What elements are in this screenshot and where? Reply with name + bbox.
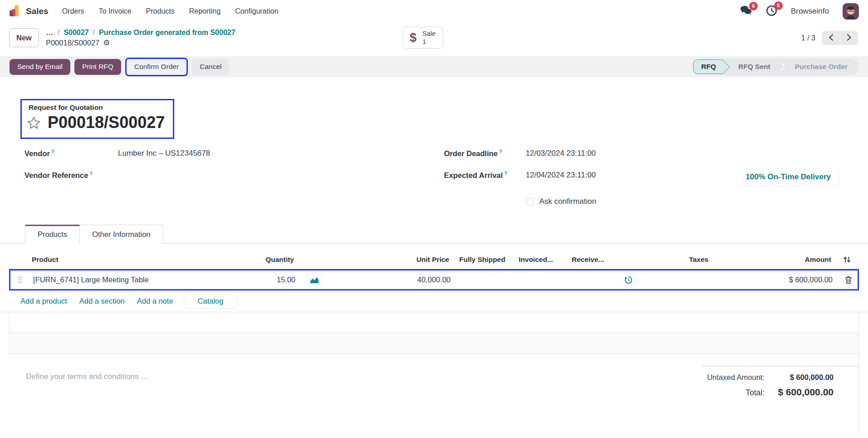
col-header-invoiced[interactable]: Invoiced... bbox=[515, 256, 567, 264]
help-icon[interactable]: ? bbox=[51, 149, 54, 154]
title-highlight-box: Request for Quotation P00018/S00027 bbox=[20, 99, 174, 139]
bottom-section: Define your terms and conditions ... Unt… bbox=[9, 354, 859, 433]
history-icon[interactable] bbox=[620, 274, 637, 286]
expected-arrival-label: Expected Arrival bbox=[444, 171, 503, 179]
chevron-left-icon bbox=[828, 34, 834, 43]
user-menu[interactable]: Browseinfo bbox=[791, 7, 829, 16]
favorite-star-icon[interactable] bbox=[27, 116, 41, 130]
col-header-fully-shipped[interactable]: Fully Shipped bbox=[458, 256, 515, 264]
breadcrumb-link-s00027[interactable]: S00027 bbox=[64, 29, 88, 37]
app-switcher[interactable]: Sales bbox=[9, 5, 49, 18]
delete-row-icon[interactable] bbox=[836, 276, 860, 284]
drag-handle-icon[interactable] bbox=[10, 276, 29, 284]
status-step-rfq-sent[interactable]: RFQ Sent bbox=[729, 59, 780, 75]
col-header-amount[interactable]: Amount bbox=[753, 256, 835, 264]
cell-product[interactable]: [FURN_6741] Large Meeting Table bbox=[29, 276, 178, 284]
help-icon[interactable]: ? bbox=[504, 171, 507, 176]
help-icon[interactable]: ? bbox=[89, 171, 93, 176]
forecast-chart-icon[interactable] bbox=[306, 274, 323, 286]
breadcrumb-current: P00018/S00027 bbox=[46, 39, 99, 47]
cell-quantity[interactable]: 15.00 bbox=[178, 276, 301, 284]
expected-arrival-value[interactable]: 12/04/2024 23:11:00 bbox=[526, 171, 596, 180]
messages-badge: 6 bbox=[749, 2, 758, 10]
order-deadline-label: Order Deadline bbox=[444, 149, 498, 157]
pager: 1 / 3 bbox=[801, 31, 858, 45]
col-header-received[interactable]: Receive... bbox=[567, 256, 644, 264]
avatar[interactable] bbox=[843, 3, 859, 20]
menu-orders[interactable]: Orders bbox=[62, 7, 84, 15]
menu-reporting[interactable]: Reporting bbox=[189, 7, 221, 15]
vendor-value[interactable]: Lumber Inc – US12345678 bbox=[118, 149, 210, 158]
send-by-email-button[interactable]: Send by Email bbox=[10, 59, 70, 75]
breadcrumb-separator: / bbox=[93, 29, 95, 37]
order-line-row[interactable]: [FURN_6741] Large Meeting Table 15.00 40… bbox=[9, 269, 859, 290]
ask-confirmation-checkbox[interactable] bbox=[526, 198, 534, 206]
confirm-order-button[interactable]: Confirm Order bbox=[125, 58, 188, 76]
col-header-product[interactable]: Product bbox=[27, 256, 177, 264]
vendor-reference-label: Vendor Reference bbox=[25, 171, 88, 179]
breadcrumb-link-purchase-order[interactable]: Purchase Order generated from S00027 bbox=[99, 29, 235, 37]
col-header-unit-price[interactable]: Unit Price bbox=[327, 256, 458, 264]
on-time-delivery-button[interactable]: 100% On-Time Delivery bbox=[737, 168, 839, 186]
empty-table-row bbox=[9, 312, 859, 333]
status-action-bar: Send by Email Print RFQ Confirm Order Ca… bbox=[0, 56, 868, 77]
status-step-purchase-order[interactable]: Purchase Order bbox=[785, 59, 857, 75]
status-stepper: RFQ RFQ Sent Purchase Order bbox=[692, 59, 858, 75]
control-panel: New … / S00027 / Purchase Order generate… bbox=[0, 23, 868, 56]
chevron-right-icon bbox=[846, 34, 852, 43]
messages-button[interactable]: 6 bbox=[740, 5, 752, 18]
breadcrumb-ellipsis[interactable]: … bbox=[46, 29, 54, 37]
status-step-rfq[interactable]: RFQ bbox=[693, 59, 722, 74]
field-grid: Vendor? Lumber Inc – US12345678 Vendor R… bbox=[0, 149, 868, 211]
messages-icon bbox=[740, 10, 752, 17]
col-header-quantity[interactable]: Quantity bbox=[177, 256, 299, 264]
pager-previous-button[interactable] bbox=[822, 31, 840, 45]
tab-products[interactable]: Products bbox=[25, 225, 80, 244]
sales-app-icon bbox=[9, 5, 21, 18]
help-icon[interactable]: ? bbox=[499, 149, 502, 154]
new-button[interactable]: New bbox=[9, 28, 39, 47]
clock-icon bbox=[766, 10, 777, 18]
totals-block: Untaxed Amount: $ 600,000.00 Total: $ 60… bbox=[701, 366, 858, 433]
vendor-label: Vendor bbox=[25, 149, 50, 157]
cell-unit-price[interactable]: 40,000.00 bbox=[328, 276, 460, 284]
cell-amount[interactable]: $ 600,000.00 bbox=[755, 276, 836, 284]
cancel-button[interactable]: Cancel bbox=[192, 59, 229, 75]
tab-other-information[interactable]: Other Information bbox=[79, 225, 163, 244]
untaxed-amount-value: $ 600,000.00 bbox=[770, 373, 858, 382]
add-a-product-link[interactable]: Add a product bbox=[20, 297, 67, 305]
order-deadline-value[interactable]: 12/03/2024 23:11:00 bbox=[526, 149, 596, 158]
col-header-taxes[interactable]: Taxes bbox=[644, 256, 753, 264]
document-title[interactable]: P00018/S00027 bbox=[48, 113, 165, 132]
total-label: Total: bbox=[745, 388, 765, 398]
sale-smart-button-label: Sale bbox=[422, 30, 436, 38]
top-navbar: Sales Orders To Invoice Products Reporti… bbox=[0, 0, 868, 23]
activities-button[interactable]: 5 bbox=[766, 5, 777, 18]
menu-configuration[interactable]: Configuration bbox=[235, 7, 278, 15]
menu-to-invoice[interactable]: To Invoice bbox=[99, 7, 132, 15]
sale-smart-button[interactable]: $ Sale 1 bbox=[403, 27, 443, 49]
print-rfq-button[interactable]: Print RFQ bbox=[74, 59, 121, 75]
catalog-button[interactable]: Catalog bbox=[184, 293, 238, 309]
breadcrumb-separator: / bbox=[58, 29, 59, 37]
total-value: $ 600,000.00 bbox=[770, 387, 858, 398]
untaxed-amount-label: Untaxed Amount: bbox=[707, 373, 765, 382]
gear-icon[interactable]: ⚙ bbox=[103, 39, 110, 47]
menu-products[interactable]: Products bbox=[146, 7, 175, 15]
dollar-icon: $ bbox=[410, 32, 417, 44]
activities-badge: 5 bbox=[774, 1, 783, 10]
breadcrumb: … / S00027 / Purchase Order generated fr… bbox=[46, 29, 235, 47]
pager-value: 1 / 3 bbox=[801, 34, 815, 42]
add-a-note-link[interactable]: Add a note bbox=[137, 297, 173, 305]
title-label: Request for Quotation bbox=[29, 103, 165, 112]
pager-next-button[interactable] bbox=[840, 31, 858, 45]
table-header-row: Product Quantity Unit Price Fully Shippe… bbox=[9, 250, 859, 269]
terms-placeholder[interactable]: Define your terms and conditions ... bbox=[26, 372, 147, 433]
app-name[interactable]: Sales bbox=[26, 6, 49, 16]
add-a-section-link[interactable]: Add a section bbox=[79, 297, 125, 305]
ask-confirmation-label: Ask confirmation bbox=[539, 197, 597, 206]
step-separator-icon bbox=[780, 62, 785, 72]
form-sheet: Request for Quotation P00018/S00027 Vend… bbox=[0, 99, 868, 433]
optional-columns-icon[interactable] bbox=[835, 256, 859, 263]
empty-table-row bbox=[9, 333, 859, 354]
